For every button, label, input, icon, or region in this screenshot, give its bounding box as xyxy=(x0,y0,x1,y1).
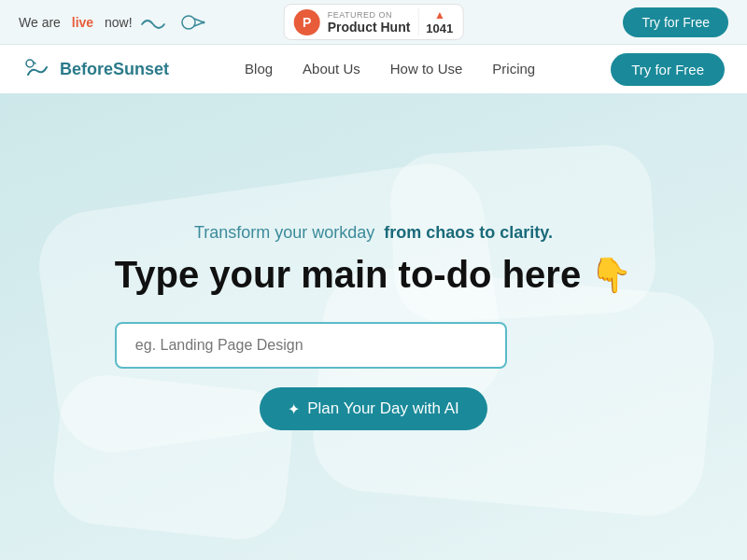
announcement-text: We are live now! xyxy=(19,15,133,30)
nav-item-about[interactable]: About Us xyxy=(303,61,360,77)
sparkle-icon: ✦ xyxy=(288,400,300,418)
nav-link-pricing[interactable]: Pricing xyxy=(492,61,535,77)
plan-btn-label: Plan Your Day with AI xyxy=(307,399,459,418)
svg-point-2 xyxy=(26,60,34,67)
todo-input[interactable] xyxy=(115,322,507,369)
pointing-down-emoji: 👇 xyxy=(590,256,632,295)
nav-link-blog[interactable]: Blog xyxy=(245,61,273,77)
logo[interactable]: BeforeSunset xyxy=(22,54,169,84)
top-bar-left: We are live now! xyxy=(19,13,207,32)
ph-logo-icon: P xyxy=(294,9,320,35)
live-word: live xyxy=(72,15,93,30)
top-bar-right: Try for Free xyxy=(623,7,728,37)
tagline-prefix: Transform your workday xyxy=(194,223,374,242)
logo-text: BeforeSunset xyxy=(60,60,169,79)
tagline-highlight: from chaos to clarity. xyxy=(384,223,553,242)
ph-featured-label: FEATURED ON xyxy=(328,10,411,20)
ph-name-label: Product Hunt xyxy=(328,20,411,35)
nav-link-how[interactable]: How to Use xyxy=(390,61,463,77)
hero-title: Type your main to-do here 👇 xyxy=(115,254,632,296)
hero-tagline: Transform your workday from chaos to cla… xyxy=(115,223,632,243)
hero-content: Transform your workday from chaos to cla… xyxy=(96,223,651,430)
nav-link-about[interactable]: About Us xyxy=(303,61,360,77)
announcement-prefix: We are xyxy=(19,15,61,30)
try-free-button-top[interactable]: Try for Free xyxy=(623,7,728,37)
svg-point-1 xyxy=(202,21,204,23)
hero-section: Transform your workday from chaos to cla… xyxy=(0,93,747,560)
svg-point-0 xyxy=(182,16,195,29)
logo-icon xyxy=(22,54,52,84)
top-announcement-bar: We are live now! P FEATURED ON Product H… xyxy=(0,0,747,45)
try-free-button-nav[interactable]: Try for Free xyxy=(611,53,725,86)
product-hunt-badge[interactable]: P FEATURED ON Product Hunt ▲ 1041 xyxy=(284,4,464,40)
ph-upvote-arrow: ▲ xyxy=(434,8,445,21)
hero-title-text: Type your main to-do here xyxy=(115,254,581,296)
squiggle-arrow-decoration xyxy=(140,13,207,32)
nav-links-list: Blog About Us How to Use Pricing xyxy=(245,61,535,77)
ph-count-number: 1041 xyxy=(426,21,453,35)
nav-item-pricing[interactable]: Pricing xyxy=(492,61,535,77)
ph-vote-count: ▲ 1041 xyxy=(417,8,453,35)
plan-day-button[interactable]: ✦ Plan Your Day with AI xyxy=(260,387,487,430)
nav-item-how[interactable]: How to Use xyxy=(390,61,463,77)
now-text: now! xyxy=(105,15,133,30)
nav-item-blog[interactable]: Blog xyxy=(245,61,273,77)
main-nav: BeforeSunset Blog About Us How to Use Pr… xyxy=(0,45,747,93)
ph-text: FEATURED ON Product Hunt xyxy=(328,10,411,35)
